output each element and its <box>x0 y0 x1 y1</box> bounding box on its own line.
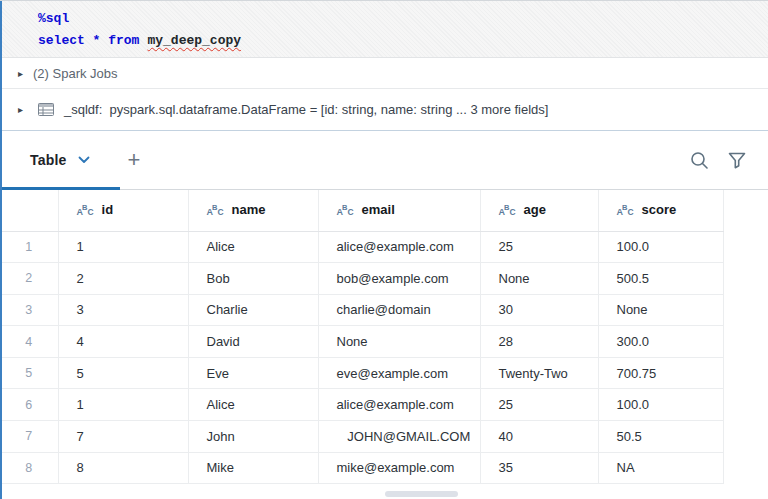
results-tab-bar: Table + <box>0 131 768 190</box>
table-row: 33Charliecharlie@domain30None <box>0 294 723 326</box>
results-toolbar-icons <box>690 151 746 170</box>
cell-name: David <box>188 326 318 358</box>
cell-age: 28 <box>480 326 598 358</box>
string-type-icon: ABC <box>207 203 225 218</box>
table-row: 11Alicealice@example.com25100.0 <box>0 231 723 263</box>
row-number: 3 <box>0 294 58 326</box>
cell-email: alice@example.com <box>318 389 480 421</box>
table-row: 22Bobbob@example.comNone500.5 <box>0 263 723 295</box>
row-number: 1 <box>0 231 58 263</box>
table-row: 44DavidNone28300.0 <box>0 326 723 358</box>
table-row: 88Mikemike@example.com35NA <box>0 452 723 484</box>
cell-score: 100.0 <box>598 389 723 421</box>
column-label: email <box>362 202 395 217</box>
cell-name: Eve <box>188 357 318 389</box>
column-header-age[interactable]: ABCage <box>480 190 598 231</box>
cell-name: Mike <box>188 452 318 484</box>
code-editor[interactable]: %sql select * frommy_deep_copy <box>0 1 768 58</box>
search-icon[interactable] <box>690 151 709 170</box>
column-label: score <box>642 202 677 217</box>
column-label: name <box>232 202 266 217</box>
cell-score: 300.0 <box>598 326 723 358</box>
spark-jobs-row[interactable]: ▸ (2) Spark Jobs <box>0 58 768 89</box>
column-label: age <box>524 202 546 217</box>
cell-name: Alice <box>188 389 318 421</box>
row-number: 6 <box>0 389 58 421</box>
disclosure-triangle-icon[interactable]: ▸ <box>18 68 32 79</box>
row-number: 2 <box>0 263 58 295</box>
table-identifier: my_deep_copy <box>147 33 241 48</box>
cell-email: mike@example.com <box>318 452 480 484</box>
column-label: id <box>102 202 114 217</box>
dataframe-table-icon <box>38 103 54 116</box>
cell-age: 25 <box>480 231 598 263</box>
column-header-email[interactable]: ABCemail <box>318 190 480 231</box>
cell-id: 2 <box>58 263 188 295</box>
horizontal-scrollbar-thumb[interactable] <box>385 491 458 497</box>
row-number: 4 <box>0 326 58 358</box>
cell-score: 50.5 <box>598 421 723 453</box>
spark-jobs-label: (2) Spark Jobs <box>33 66 118 81</box>
cell-email: charlie@domain <box>318 294 480 326</box>
cell-name: Charlie <box>188 294 318 326</box>
cell-id: 5 <box>58 357 188 389</box>
results-table-area: ABCidABCnameABCemailABCageABCscore 11Ali… <box>0 190 768 484</box>
tab-table[interactable]: Table <box>30 152 90 168</box>
table-row: 61Alicealice@example.com25100.0 <box>0 389 723 421</box>
column-header-name[interactable]: ABCname <box>188 190 318 231</box>
cell-email: bob@example.com <box>318 263 480 295</box>
cell-id: 8 <box>58 452 188 484</box>
cell-id: 3 <box>58 294 188 326</box>
cell-age: 30 <box>480 294 598 326</box>
cell-age: 35 <box>480 452 598 484</box>
sql-keywords: select * from <box>38 33 139 48</box>
sqldf-label: _sqldf: pyspark.sql.dataframe.DataFrame … <box>64 102 548 117</box>
tab-table-label: Table <box>30 152 67 168</box>
cell-id: 4 <box>58 326 188 358</box>
row-number: 8 <box>0 452 58 484</box>
cell-id: 1 <box>58 389 188 421</box>
cell-email: alice@example.com <box>318 231 480 263</box>
cell-email: JOHN@GMAIL.COM <box>318 421 480 453</box>
cell-name: Bob <box>188 263 318 295</box>
cell-id: 7 <box>58 421 188 453</box>
cell-score: 500.5 <box>598 263 723 295</box>
string-type-icon: ABC <box>499 203 517 218</box>
column-header-id[interactable]: ABCid <box>58 190 188 231</box>
notebook-cell: %sql select * frommy_deep_copy ▸ (2) Spa… <box>0 0 768 499</box>
string-type-icon: ABC <box>337 203 355 218</box>
cell-name: Alice <box>188 231 318 263</box>
cell-age: None <box>480 263 598 295</box>
row-number: 7 <box>0 421 58 453</box>
results-table: ABCidABCnameABCemailABCageABCscore 11Ali… <box>0 190 724 484</box>
string-type-icon: ABC <box>617 203 635 218</box>
cell-email: None <box>318 326 480 358</box>
cell-score: 100.0 <box>598 231 723 263</box>
filter-icon[interactable] <box>728 152 746 169</box>
column-header-score[interactable]: ABCscore <box>598 190 723 231</box>
cell-name: John <box>188 421 318 453</box>
table-header-row: ABCidABCnameABCemailABCageABCscore <box>0 190 723 231</box>
string-type-icon: ABC <box>77 203 95 218</box>
cell-id: 1 <box>58 231 188 263</box>
cell-age: 40 <box>480 421 598 453</box>
cell-score: NA <box>598 452 723 484</box>
magic-command: %sql <box>38 11 69 26</box>
code-line-magic: %sql <box>38 8 768 30</box>
cell-email: eve@example.com <box>318 357 480 389</box>
sqldf-row[interactable]: ▸ _sqldf: pyspark.sql.dataframe.DataFram… <box>0 89 768 131</box>
disclosure-triangle-icon[interactable]: ▸ <box>18 104 32 115</box>
row-number: 5 <box>0 357 58 389</box>
table-row: 55Eveeve@example.comTwenty-Two700.75 <box>0 357 723 389</box>
add-visualization-button[interactable]: + <box>128 149 141 171</box>
cell-score: 700.75 <box>598 357 723 389</box>
cell-selection-bar <box>0 1 2 499</box>
cell-age: Twenty-Two <box>480 357 598 389</box>
table-row: 77John JOHN@GMAIL.COM4050.5 <box>0 421 723 453</box>
chevron-down-icon[interactable] <box>78 156 90 164</box>
table-body: 11Alicealice@example.com25100.022Bobbob@… <box>0 231 723 484</box>
cell-age: 25 <box>480 389 598 421</box>
row-number-header <box>0 190 58 231</box>
code-line-query: select * frommy_deep_copy <box>38 30 768 52</box>
cell-score: None <box>598 294 723 326</box>
